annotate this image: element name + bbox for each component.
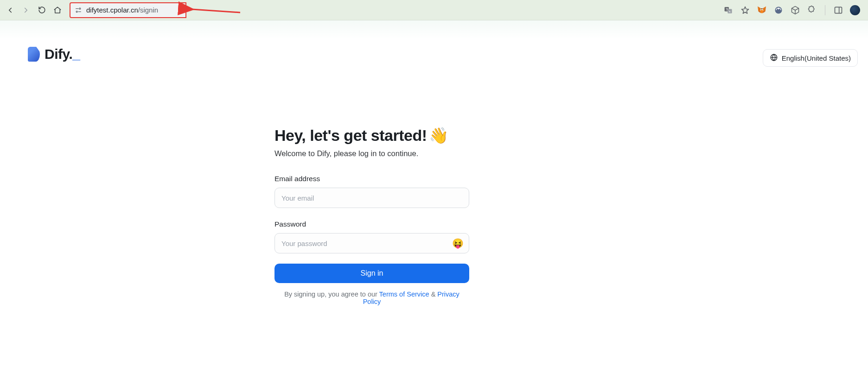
email-group: Email address [274, 175, 471, 208]
svg-point-11 [778, 8, 779, 9]
site-info-icon[interactable] [74, 6, 83, 14]
url-domain: difytest.cpolar.cn [86, 6, 138, 14]
address-bar[interactable]: difytest.cpolar.cn/signin [70, 2, 186, 18]
brand-logo[interactable]: Dify._ [28, 46, 80, 62]
svg-text:A: A [729, 10, 731, 13]
reload-button[interactable] [35, 4, 48, 17]
home-button[interactable] [51, 4, 64, 17]
signin-button[interactable]: Sign in [274, 264, 469, 283]
side-panel-icon[interactable] [833, 5, 844, 16]
brand-logo-text: Dify._ [45, 46, 80, 62]
url-path: /signin [138, 6, 158, 14]
cube-icon[interactable] [790, 5, 801, 16]
svg-text:文: 文 [726, 7, 728, 11]
subheadline: Welcome to Dify, please log in to contin… [274, 149, 471, 158]
metamask-extension-icon[interactable] [756, 5, 767, 16]
language-label: English(United States) [782, 54, 851, 62]
svg-rect-12 [835, 7, 842, 13]
brand-logo-mark [28, 47, 40, 62]
translate-icon[interactable]: 文A [723, 5, 734, 16]
headline-text: Hey, let's get started! [274, 126, 427, 145]
globe-icon [770, 53, 778, 63]
extension-icon[interactable] [773, 5, 784, 16]
legal-prefix: By signing up, you agree to our [284, 290, 379, 298]
password-group: Password 😝 [274, 220, 471, 253]
email-field[interactable] [274, 188, 469, 208]
svg-marker-9 [742, 6, 749, 13]
legal-text: By signing up, you agree to our Terms of… [274, 290, 469, 305]
extensions-puzzle-icon[interactable] [806, 5, 817, 16]
toggle-password-icon[interactable]: 😝 [452, 238, 464, 249]
bookmark-star-icon[interactable] [740, 5, 751, 16]
browser-actions: 文A [723, 5, 864, 16]
browser-toolbar: difytest.cpolar.cn/signin 文A [0, 0, 868, 20]
password-label: Password [274, 220, 471, 228]
annotation-arrow [189, 2, 245, 18]
wave-emoji-icon: 👋 [429, 126, 448, 145]
forward-button[interactable] [19, 4, 32, 17]
svg-line-4 [192, 9, 240, 13]
address-bar-highlight: difytest.cpolar.cn/signin [70, 2, 186, 18]
terms-link[interactable]: Terms of Service [379, 290, 429, 298]
email-label: Email address [274, 175, 471, 183]
language-selector[interactable]: English(United States) [763, 49, 858, 67]
svg-point-1 [79, 8, 81, 9]
svg-point-3 [76, 11, 77, 12]
signin-card: Hey, let's get started! 👋 Welcome to Dif… [274, 126, 471, 305]
profile-avatar[interactable] [849, 5, 861, 16]
back-button[interactable] [4, 4, 17, 17]
headline: Hey, let's get started! 👋 [274, 126, 471, 145]
toolbar-separator [825, 5, 825, 15]
page-content: Dify._ English(United States) Hey, let's… [0, 20, 868, 385]
password-field[interactable] [274, 233, 469, 253]
app-header: Dify._ [28, 46, 80, 62]
legal-separator: & [431, 290, 438, 298]
